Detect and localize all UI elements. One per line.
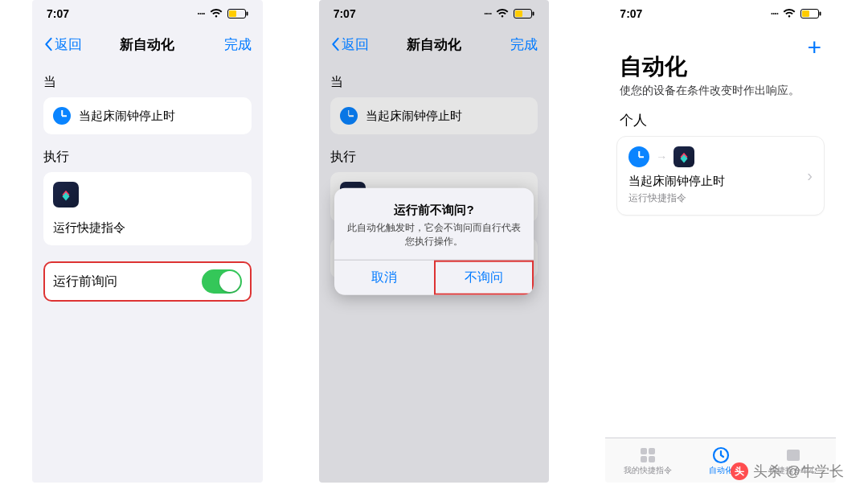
back-label: 返回 [55,35,82,54]
svg-rect-2 [246,12,248,16]
status-time: 7:07 [47,7,69,20]
ask-toggle-on[interactable] [202,269,242,294]
status-bar: 7:07 ···· [319,0,550,27]
signal-icon: ···· [771,8,778,19]
personal-header: 个人 [605,111,836,136]
wifi-icon [496,9,509,18]
ask-label: 运行前询问 [53,273,117,290]
when-header: 当 [330,74,538,91]
phone-2: 7:07 ···· 返回 新自动化 完成 当 当起床闹钟停止时 执行 [319,0,550,483]
clock-icon [53,107,71,125]
do-header: 执行 [330,149,538,166]
battery-icon [514,9,534,18]
trigger-card[interactable]: 当起床闹钟停止时 [43,97,252,134]
confirm-modal: 运行前不询问? 此自动化触发时，它会不询问而自行代表您执行操作。 取消 不询问 [334,188,534,295]
clock-icon [340,107,358,125]
back-button[interactable]: 返回 [43,35,82,54]
battery-icon [800,9,821,18]
page-title: 自动化 [605,47,836,84]
back-label: 返回 [342,35,369,54]
action-card[interactable]: 运行快捷指令 [43,172,252,245]
svg-rect-1 [229,10,236,17]
modal-confirm-button[interactable]: 不询问 [434,260,534,294]
automation-icon [711,446,731,465]
status-time: 7:07 [334,7,356,20]
svg-rect-12 [649,456,655,462]
signal-icon: ···· [197,8,204,19]
modal-message: 此自动化触发时，它会不询问而自行代表您执行操作。 [347,221,521,249]
when-header: 当 [43,74,252,91]
signal-icon: ···· [484,8,491,19]
svg-rect-5 [533,12,534,16]
modal-title: 运行前不询问? [347,203,521,218]
svg-rect-14 [787,450,800,461]
back-button[interactable]: 返回 [330,35,369,54]
watermark-text: 头杀 @牛学长 [753,462,844,481]
status-bar: 7:07 ···· [605,0,836,27]
modal-cancel-button[interactable]: 取消 [334,260,434,294]
trigger-card: 当起床闹钟停止时 [330,97,538,134]
chevron-right-icon: › [807,166,813,185]
tab-label: 我的快捷指令 [624,465,672,476]
done-button[interactable]: 完成 [224,35,252,54]
done-button[interactable]: 完成 [510,35,538,54]
phone-1: 7:07 ···· 返回 新自动化 完成 当 当起床闹钟停止时 执行 [32,0,263,483]
action-text: 运行快捷指令 [53,220,125,236]
svg-rect-8 [820,12,821,16]
tab-automation[interactable]: 自动化 [709,446,733,476]
automation-sub: 运行快捷指令 [628,191,807,205]
automation-title: 当起床闹钟停止时 [628,174,807,189]
ask-before-run-row[interactable]: 运行前询问 [43,261,252,302]
phone-3: 7:07 ···· + 自动化 使您的设备在条件改变时作出响应。 个人 → [605,0,836,483]
status-time: 7:07 [620,7,642,20]
svg-rect-10 [649,448,655,454]
do-header: 执行 [43,149,252,166]
shortcuts-app-icon [674,146,694,167]
watermark: 头 头杀 @牛学长 [731,462,844,481]
clock-icon [628,146,649,167]
trigger-text: 当起床闹钟停止时 [366,109,462,124]
svg-rect-11 [641,456,647,462]
wifi-icon [210,9,223,18]
status-bar: 7:07 ···· [32,0,263,27]
grid-icon [638,446,657,465]
shortcuts-app-icon [53,182,79,208]
svg-rect-4 [515,10,522,17]
wifi-icon [783,9,796,18]
page-subtitle: 使您的设备在条件改变时作出响应。 [605,84,836,111]
watermark-icon: 头 [731,462,748,480]
trigger-text: 当起床闹钟停止时 [79,109,175,124]
add-button[interactable]: + [807,34,821,61]
tab-shortcuts[interactable]: 我的快捷指令 [624,446,672,476]
arrow-icon: → [656,150,667,163]
tab-label: 自动化 [709,465,733,476]
svg-rect-9 [641,448,647,454]
nav-bar: 返回 新自动化 完成 [319,27,550,61]
svg-rect-7 [802,10,809,17]
nav-bar: 返回 新自动化 完成 [32,27,263,61]
automation-card[interactable]: → 当起床闹钟停止时 运行快捷指令 › [616,136,825,216]
battery-icon [227,9,248,18]
